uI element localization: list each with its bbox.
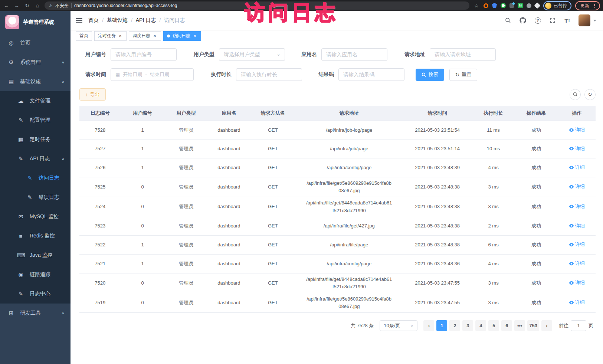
request-url-input[interactable]	[435, 52, 491, 58]
page-number-button[interactable]: 5	[488, 320, 499, 331]
table-row: 7520 0 管理员 dashboard GET /api/infra/file…	[79, 273, 596, 293]
detail-link[interactable]: 详细	[569, 164, 585, 171]
cell-request-url: /api/infra/file/get/8448cada8c714e4ab61f…	[296, 197, 403, 217]
sidebar-item[interactable]: ⊞ 研发工具 ∨	[0, 304, 71, 323]
bookmark-star-icon[interactable]: ☆	[473, 3, 480, 9]
detail-link[interactable]: 详细	[569, 145, 585, 153]
forward-icon[interactable]: →	[13, 3, 20, 9]
sidebar-item[interactable]: ✎ API 日志 ∧	[0, 149, 71, 168]
page-number-button[interactable]: 753	[527, 320, 539, 331]
chevron-icon: ∨	[62, 60, 65, 64]
breadcrumb-link[interactable]: API 日志	[136, 17, 156, 24]
page-number-button[interactable]: 6	[501, 320, 512, 331]
sidebar-item[interactable]: ✎ 错误日志	[0, 188, 71, 207]
sidebar-item[interactable]: ⚙ 系统管理 ∨	[0, 53, 71, 72]
extension-icon-3[interactable]	[501, 3, 506, 8]
breadcrumb-link[interactable]: 首页	[88, 17, 99, 24]
breadcrumb-link[interactable]: 基础设施	[107, 17, 128, 24]
toggle-search-button[interactable]	[570, 89, 581, 100]
result-code-input[interactable]	[343, 72, 400, 78]
extension-icon-6[interactable]	[527, 3, 531, 8]
cell-duration: 3 ms	[472, 177, 514, 197]
browser-menu-icon[interactable]: ⋮	[592, 3, 597, 9]
search-icon[interactable]	[504, 17, 512, 24]
user-type-select[interactable]: 请选择用户类型 ∨	[219, 48, 285, 61]
next-page-button[interactable]: ›	[541, 320, 552, 331]
update-label: 更新	[580, 3, 589, 9]
sidebar-item[interactable]: ▦ 定时任务	[0, 130, 71, 149]
github-icon[interactable]	[519, 17, 527, 24]
page-number-button[interactable]: 1	[436, 320, 447, 331]
user-menu[interactable]	[579, 14, 596, 26]
duration-input[interactable]	[241, 72, 297, 78]
detail-link[interactable]: 详细	[569, 260, 585, 267]
eye-icon	[569, 262, 574, 266]
sidebar-item[interactable]: ✉ MySQL 监控	[0, 207, 71, 226]
profile-paused-badge[interactable]: 已暂停	[543, 1, 571, 10]
export-button[interactable]: ↓ 导出	[79, 88, 106, 101]
sidebar-item[interactable]: ✎ 访问日志	[0, 168, 71, 188]
font-size-icon[interactable]: TT	[564, 17, 571, 24]
tag-close-icon[interactable]: ×	[152, 33, 157, 39]
date-range-picker[interactable]: ▦ 开始日期 - 结束日期	[111, 68, 194, 81]
page-number-button[interactable]: •••	[514, 320, 525, 331]
sidebar-item[interactable]: ◎ 首页	[0, 33, 71, 53]
tag-item[interactable]: 调度日志 ×	[129, 31, 161, 41]
search-button-label: 搜索	[429, 71, 438, 78]
goto-page-input[interactable]	[571, 320, 586, 331]
back-icon[interactable]: ←	[3, 3, 10, 9]
browser-update-button[interactable]: 更新 ⋮	[575, 1, 600, 10]
tag-item[interactable]: 访问日志 ×	[163, 31, 201, 41]
tag-item[interactable]: 定时任务 ×	[94, 31, 127, 41]
app-logo[interactable]: 芋道管理系统	[0, 11, 71, 33]
cell-user-type: 管理员	[164, 158, 208, 177]
detail-link[interactable]: 详细	[569, 241, 585, 248]
sidebar-item[interactable]: ☁ 文件管理	[0, 91, 71, 111]
app-name-input[interactable]	[326, 52, 383, 58]
reload-icon[interactable]: ↻	[24, 3, 30, 9]
help-icon[interactable]: ?	[534, 17, 541, 24]
tag-item[interactable]: 首页	[76, 31, 92, 41]
sidebar-item[interactable]: ⌨ Java 监控	[0, 246, 71, 265]
extension-icon-7[interactable]	[534, 3, 541, 9]
translate-extension-icon[interactable]: 翻	[518, 3, 523, 8]
url-text[interactable]: dashboard.yudao.iocoder.cn/infra/log/api…	[74, 3, 177, 8]
page-number-button[interactable]: 2	[449, 320, 460, 331]
detail-link[interactable]: 详细	[569, 126, 585, 134]
refresh-table-button[interactable]: ↻	[584, 89, 596, 100]
search-button[interactable]: 搜索	[416, 69, 444, 81]
extension-icon-4[interactable]	[509, 3, 514, 8]
sidebar-item[interactable]: ✎ 配置管理	[0, 111, 71, 130]
table-column-header: 执行时长	[472, 106, 514, 121]
detail-link[interactable]: 详细	[569, 222, 585, 230]
page-size-select[interactable]: 10条/页 ∨	[380, 320, 417, 331]
cell-request-time: 2021-05-03 23:51:14	[403, 140, 472, 158]
extension-icon-2[interactable]	[492, 3, 497, 8]
filter-label-user-type: 用户类型	[188, 51, 214, 58]
home-icon[interactable]: ⌂	[34, 3, 41, 9]
tag-close-icon[interactable]: ×	[192, 33, 197, 39]
filter-app-name: 应用名	[296, 48, 387, 61]
prev-page-button[interactable]: ‹	[423, 320, 434, 331]
detail-link[interactable]: 详细	[569, 203, 585, 210]
hamburger-icon[interactable]	[76, 18, 82, 23]
page-number-button[interactable]: 3	[462, 320, 473, 331]
logo-image	[5, 15, 19, 29]
fullscreen-icon[interactable]	[549, 17, 556, 24]
detail-link[interactable]: 详细	[569, 183, 585, 190]
user-id-input[interactable]	[115, 52, 172, 58]
sidebar-item[interactable]: ◉ 链路追踪	[0, 265, 71, 284]
address-bar[interactable]: ⚠ 不安全 dashboard.yudao.iocoder.cn/infra/l…	[45, 1, 469, 10]
sidebar-item[interactable]: ≡ Redis 监控	[0, 226, 71, 246]
download-icon: ↓	[85, 92, 88, 97]
sidebar-item[interactable]: ✎ 日志中心	[0, 284, 71, 304]
detail-link[interactable]: 详细	[569, 299, 585, 306]
cell-user-id: 0	[121, 177, 164, 197]
reset-button[interactable]: ↻ 重置	[449, 69, 477, 81]
tag-close-icon[interactable]: ×	[118, 33, 123, 39]
page-number-button[interactable]: 4	[475, 320, 486, 331]
sidebar-item[interactable]: ▤ 基础设施 ∧	[0, 72, 71, 91]
detail-link[interactable]: 详细	[569, 279, 585, 286]
extension-icon-1[interactable]	[484, 3, 488, 8]
breadcrumb-link[interactable]: 访问日志	[164, 17, 185, 24]
